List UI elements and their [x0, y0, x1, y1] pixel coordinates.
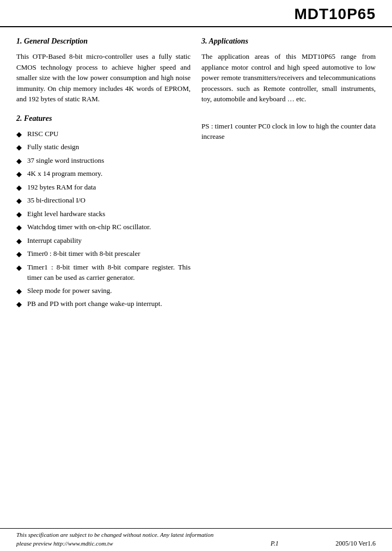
- features-section: 2. Features ◆RISC CPU◆Fully static desig…: [16, 114, 191, 310]
- list-item-text: Eight level hardware stacks: [27, 209, 191, 219]
- page-wrapper: MDT10P65 1. General Description This OTP…: [0, 0, 392, 551]
- list-item-text: 192 bytes RAM for data: [27, 182, 191, 193]
- header: MDT10P65: [0, 0, 392, 27]
- list-item: ◆Eight level hardware stacks: [16, 209, 191, 220]
- features-list: ◆RISC CPU◆Fully static design◆37 single …: [16, 128, 191, 310]
- ps-note: PS : timer1 counter PC0 clock in low to …: [201, 121, 376, 142]
- list-item-text: Sleep mode for power saving.: [27, 285, 191, 296]
- bullet-icon: ◆: [16, 195, 25, 206]
- list-item: ◆192 bytes RAM for data: [16, 182, 191, 193]
- list-item-text: Timer1 : 8-bit timer with 8-bit compare …: [27, 262, 191, 283]
- list-item-text: Fully static design: [27, 142, 191, 152]
- list-item-text: Timer0 : 8-bit timer with 8-bit prescale…: [27, 248, 191, 259]
- list-item-text: 4K x 14 program memory.: [27, 168, 191, 179]
- bullet-icon: ◆: [16, 249, 25, 260]
- footer-version: 2005/10 Ver1.6: [335, 540, 376, 548]
- bullet-icon: ◆: [16, 156, 25, 167]
- footer-disclaimer-line1: This specification are subject to be cha…: [16, 531, 213, 539]
- list-item: ◆Watchdog timer with on-chip RC oscillat…: [16, 222, 191, 233]
- list-item: ◆35 bi-directional I/O: [16, 195, 191, 206]
- right-column: 3. Applications The application areas of…: [201, 37, 376, 312]
- list-item: ◆Fully static design: [16, 142, 191, 153]
- bullet-icon: ◆: [16, 299, 25, 310]
- list-item-text: 37 single word instructions: [27, 155, 191, 166]
- list-item: ◆RISC CPU: [16, 128, 191, 140]
- list-item: ◆Sleep mode for power saving.: [16, 285, 191, 297]
- bullet-icon: ◆: [16, 236, 25, 247]
- applications-heading: 3. Applications: [201, 37, 376, 46]
- footer: This specification are subject to be cha…: [0, 528, 392, 551]
- bullet-icon: ◆: [16, 286, 25, 297]
- list-item: ◆37 single word instructions: [16, 155, 191, 167]
- content-area: 1. General Description This OTP-Based 8-…: [0, 27, 392, 312]
- list-item-text: 35 bi-directional I/O: [27, 195, 191, 206]
- bullet-icon: ◆: [16, 169, 25, 180]
- list-item-text: PB and PD with port change wake-up inter…: [27, 298, 191, 309]
- bullet-icon: ◆: [16, 129, 25, 140]
- list-item-text: RISC CPU: [27, 128, 191, 139]
- list-item-text: Watchdog timer with on-chip RC oscillato…: [27, 222, 191, 232]
- bullet-icon: ◆: [16, 262, 25, 273]
- footer-page: P.1: [271, 540, 279, 548]
- general-description-section: 1. General Description This OTP-Based 8-…: [16, 37, 191, 105]
- list-item: ◆Timer1 : 8-bit timer with 8-bit compare…: [16, 262, 191, 283]
- list-item: ◆Interrupt capability: [16, 235, 191, 247]
- bullet-icon: ◆: [16, 209, 25, 220]
- general-description-heading: 1. General Description: [16, 37, 191, 46]
- bullet-icon: ◆: [16, 222, 25, 233]
- features-heading: 2. Features: [16, 114, 191, 123]
- bullet-icon: ◆: [16, 182, 25, 193]
- document-title: MDT10P65: [294, 5, 376, 23]
- applications-section: 3. Applications The application areas of…: [201, 37, 376, 105]
- list-item-text: Interrupt capability: [27, 235, 191, 246]
- list-item: ◆PB and PD with port change wake-up inte…: [16, 298, 191, 310]
- applications-body: The application areas of this MDT10P65 r…: [201, 51, 376, 105]
- bullet-icon: ◆: [16, 142, 25, 153]
- footer-disclaimer: This specification are subject to be cha…: [16, 531, 213, 548]
- footer-disclaimer-line2: please preview http://www.mdtic.com.tw: [16, 540, 213, 548]
- list-item: ◆Timer0 : 8-bit timer with 8-bit prescal…: [16, 248, 191, 260]
- left-column: 1. General Description This OTP-Based 8-…: [16, 37, 191, 312]
- general-description-body: This OTP-Based 8-bit micro-controller us…: [16, 51, 191, 105]
- list-item: ◆4K x 14 program memory.: [16, 168, 191, 180]
